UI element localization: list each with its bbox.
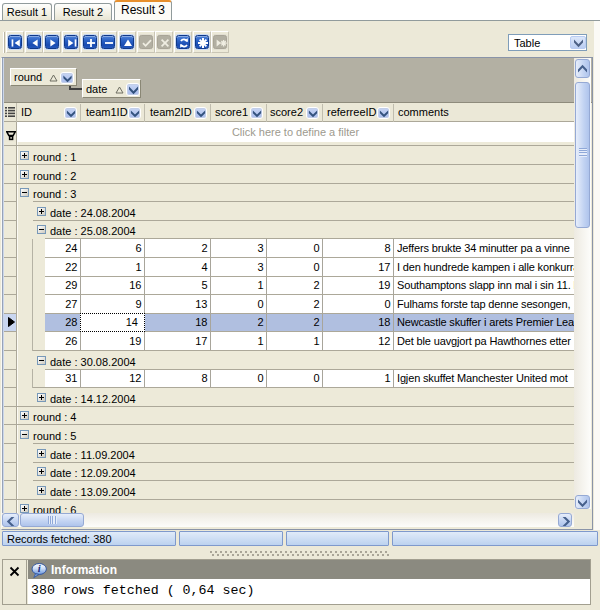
svg-text:i: i [38,563,41,574]
